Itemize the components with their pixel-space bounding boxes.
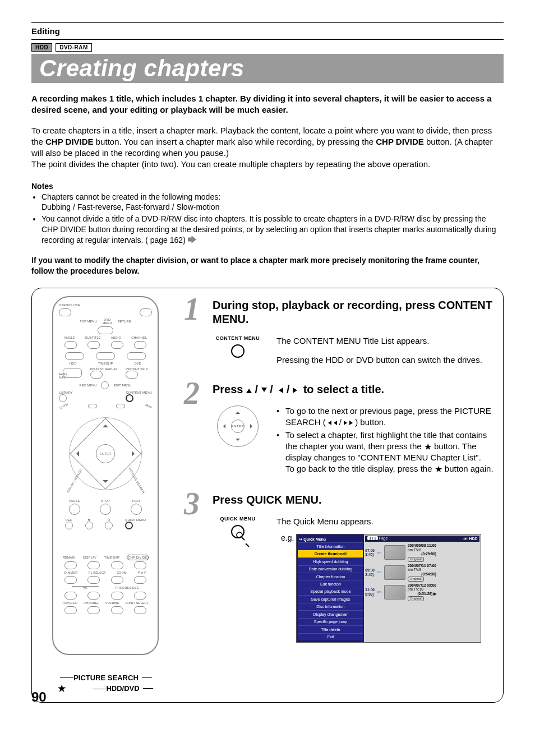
- thumbnail-icon: [384, 565, 405, 580]
- remote-label: RETURN: [118, 320, 131, 323]
- instant-skip-button-icon: [126, 371, 138, 379]
- remote-label: ANGLE: [64, 336, 75, 339]
- text: The point divides the chapter (into two)…: [31, 159, 430, 169]
- quick-menu-button-illustration: QUICK MENU: [213, 516, 263, 538]
- procedure-intro: If you want to modify the chapter divisi…: [31, 255, 504, 276]
- remote-label: HDD: [70, 362, 77, 365]
- remote-label: DVD: [135, 362, 141, 365]
- remote-label: ZOOM: [117, 571, 126, 574]
- down-arrow-icon: [261, 388, 267, 395]
- remote-label: TOP MENU: [80, 320, 96, 323]
- remote-label: PLAY: [131, 499, 142, 503]
- callout-hdd-dvd: HDD/DVD: [106, 684, 139, 693]
- page-number: 90: [31, 689, 47, 705]
- dpad-illustration: ENTER: [213, 405, 263, 447]
- chpdivide-button-icon: [134, 561, 146, 569]
- ch-down-button-icon: [87, 606, 100, 614]
- icon-label: QUICK MENU: [220, 516, 256, 522]
- quick-menu-item: Disc information: [298, 603, 363, 610]
- drive-indicator: 📼 HDD: [463, 536, 477, 541]
- step-title: Press / / / to select a title.: [213, 382, 494, 397]
- remote-label: LIBRARY: [59, 391, 73, 394]
- remote-column: OPEN/CLOSE TOP MENU DVD MENU RETURN ANGL…: [41, 296, 170, 693]
- up-arrow-button-icon: [98, 326, 113, 334]
- enter-icon: ENTER: [231, 420, 245, 433]
- button-circle-icon: [231, 344, 245, 358]
- left-arrow-icon: [73, 451, 79, 457]
- remote-label: OPEN/CLOSE: [59, 303, 80, 307]
- content-menu-button-illustration: CONTENT MENU: [213, 335, 263, 358]
- remote-callouts: PICTURE SEARCH ★HDD/DVD: [41, 674, 170, 693]
- note-item: Chapters cannot be created in the follow…: [41, 192, 504, 213]
- inputsel-button-icon: [134, 606, 146, 614]
- vol-up-button-icon: [111, 592, 123, 600]
- remote-label: VOLUME: [105, 601, 119, 605]
- remote-label: TV/VIDEO: [62, 601, 77, 605]
- audio-button-icon: [111, 341, 123, 349]
- quick-menu-panel: ↪ Quick Menu Title informationCreate thu…: [297, 534, 364, 642]
- eject-button-icon: [59, 308, 71, 316]
- down-arrow-icon: [236, 439, 240, 443]
- remote-label: CHANNEL: [131, 336, 147, 339]
- example-label: e.g.: [281, 533, 294, 543]
- step-text: The Quick Menu appears. e.g. ↪ Quick Men…: [276, 516, 494, 643]
- step-text: The CONTENT MENU Title List appears. Pre…: [276, 335, 494, 366]
- slow-rev-icon: [88, 404, 97, 408]
- remote-label: P in P: [137, 571, 146, 574]
- step-title: Press QUICK MENU.: [213, 493, 494, 507]
- quick-menu-header: ↪ Quick Menu: [298, 536, 363, 542]
- button-circle-icon: [231, 525, 245, 538]
- remote-label: SKIP: [144, 403, 153, 409]
- quick-menu-item: Title delete: [298, 625, 363, 633]
- rec-button-icon: [65, 522, 73, 529]
- remote-label: DVD MENU: [103, 318, 112, 325]
- quick-menu-screenshot: ↪ Quick Menu Title informationCreate thu…: [296, 534, 481, 643]
- right-arrow-icon: [132, 451, 137, 457]
- up-arrow-icon: [103, 422, 108, 427]
- remote-label: QUICK MENU: [125, 518, 146, 522]
- star-icon: ★: [435, 465, 442, 474]
- remote-label: INSTANT REPLAY: [90, 367, 118, 371]
- chp-divide-label: CHP DIVIDE: [376, 137, 424, 146]
- remote-label: REC MENU: [80, 384, 97, 387]
- left-arrow-icon: [276, 388, 283, 393]
- display-button-icon: [87, 561, 100, 569]
- remote-label: REC: [65, 518, 73, 522]
- remote-label: INPUT SELECT: [126, 601, 149, 605]
- pinp-button-icon: [134, 576, 146, 584]
- quick-menu-item: High speed dubbing: [298, 557, 363, 565]
- timeslip-button-icon: [96, 352, 115, 360]
- zoom-button-icon: [111, 576, 123, 584]
- dvd-button-icon: [127, 352, 146, 360]
- enter-button-icon: ENTER: [96, 444, 115, 463]
- power-button-icon: [140, 308, 152, 316]
- ch-up-button-icon: [87, 592, 100, 600]
- step-number: 3: [179, 491, 205, 643]
- step-number: 1: [179, 296, 205, 366]
- section-heading: Editing: [31, 26, 504, 36]
- badge-dvdram: DVD-RAM: [56, 43, 92, 52]
- quick-menu-item: Save captured images: [298, 595, 363, 602]
- remote-label: SLOW: [59, 402, 69, 410]
- bullet: To select a chapter, first highlight the…: [276, 430, 494, 475]
- remote-label: DISPLAY: [83, 556, 96, 559]
- quick-menu-item: Chapter function: [298, 573, 363, 580]
- rule: [31, 39, 504, 40]
- down-arrow-icon: [103, 480, 108, 486]
- svg-line-1: [242, 537, 245, 540]
- procedure-box: OPEN/CLOSE TOP MENU DVD MENU RETURN ANGL…: [31, 288, 504, 703]
- step-1: 1 During stop, playback or recording, pr…: [179, 296, 494, 366]
- library-button-icon: [59, 394, 67, 402]
- up-arrow-icon: [236, 409, 240, 414]
- recmenu-button-icon: [101, 381, 109, 389]
- star-icon: ★: [58, 684, 66, 693]
- tv-power-button-icon: [64, 592, 77, 600]
- title-list-topbar: 1 / 2 Page 📼 HDD: [365, 536, 479, 542]
- pause-button-icon: [69, 504, 80, 515]
- page-indicator: 1 / 2: [367, 536, 378, 540]
- slow-fwd-icon: [116, 404, 125, 408]
- remote-label: TIME BAR: [104, 556, 120, 559]
- quick-menu-item: Edit functon: [298, 580, 363, 587]
- bullet: To go to the next or previous page, pres…: [276, 405, 494, 428]
- text: button. You can insert a chapter mark al…: [94, 137, 376, 146]
